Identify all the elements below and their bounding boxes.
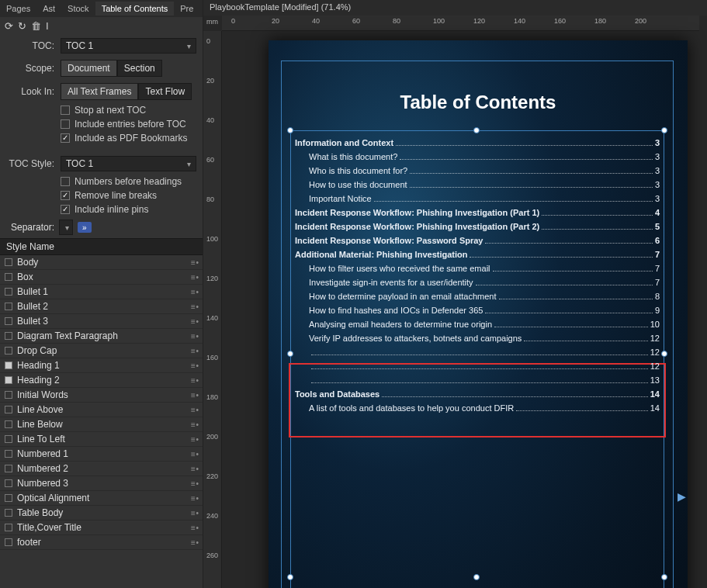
checkbox-icon[interactable] — [5, 465, 12, 472]
style-item[interactable]: Heading 2≡ • — [0, 373, 203, 388]
style-item[interactable]: Drop Cap≡ • — [0, 344, 203, 358]
checkbox-icon[interactable] — [5, 347, 12, 355]
checkbox-icon[interactable] — [5, 420, 12, 428]
style-options-icon[interactable]: ≡ • — [191, 288, 198, 296]
selection-handle[interactable] — [287, 127, 293, 133]
checkbox-icon[interactable] — [61, 205, 70, 214]
chk-numbers-row[interactable]: Numbers before headings — [0, 175, 203, 189]
style-options-icon[interactable]: ≡ • — [191, 450, 198, 458]
toc-select[interactable]: TOC 1 — [61, 38, 196, 54]
style-item[interactable]: Line Above≡ • — [0, 403, 203, 417]
style-item[interactable]: Box≡ • — [0, 270, 203, 285]
style-options-icon[interactable]: ≡ • — [191, 303, 198, 311]
panel-tab[interactable]: Table of Contents — [95, 2, 175, 16]
style-item[interactable]: Numbered 1≡ • — [0, 447, 203, 462]
panel-tab[interactable]: Stock — [61, 2, 95, 16]
checkbox-icon[interactable] — [5, 406, 12, 413]
panel-tab[interactable]: Pre — [174, 2, 199, 16]
style-item[interactable]: Bullet 2≡ • — [0, 299, 203, 314]
style-item[interactable]: Line To Left≡ • — [0, 432, 203, 447]
selection-handle[interactable] — [661, 127, 667, 133]
selection-handle[interactable] — [473, 127, 480, 133]
toggle-button[interactable]: All Text Frames — [61, 83, 138, 100]
style-options-icon[interactable]: ≡ • — [191, 538, 198, 547]
style-options-icon[interactable]: ≡ • — [191, 391, 198, 399]
style-item[interactable]: Table Body≡ • — [0, 506, 203, 521]
checkbox-icon[interactable] — [61, 105, 70, 115]
cursor-icon[interactable]: I — [46, 20, 49, 32]
trash-icon[interactable]: 🗑 — [31, 20, 41, 32]
toggle-button[interactable]: Section — [117, 60, 162, 77]
page-canvas[interactable]: Table of Contents Information and Contex… — [269, 40, 688, 588]
chk-inline-row[interactable]: Include inline pins — [0, 202, 203, 216]
selection-handle[interactable] — [287, 574, 293, 580]
tocstyle-select[interactable]: TOC 1 — [61, 156, 196, 171]
style-item[interactable]: Initial Words≡ • — [0, 388, 203, 403]
document-tab[interactable]: PlaybookTemplate [Modified] (71.4%) — [203, 0, 707, 16]
selection-handle[interactable] — [661, 574, 667, 580]
style-item[interactable]: Numbered 2≡ • — [0, 462, 203, 476]
checkbox-icon[interactable] — [5, 538, 12, 546]
checkbox-icon[interactable] — [5, 332, 12, 340]
overflow-icon[interactable]: ▶ — [678, 490, 686, 503]
style-options-icon[interactable]: ≡ • — [191, 258, 198, 267]
style-item[interactable]: Heading 1≡ • — [0, 358, 203, 373]
checkbox-icon[interactable] — [61, 191, 70, 200]
checkbox-icon[interactable] — [5, 509, 12, 517]
panel-tab[interactable]: Ast — [36, 2, 61, 16]
checkbox-icon[interactable] — [5, 273, 12, 281]
panel-tab[interactable]: Pages — [0, 2, 36, 16]
checkbox-icon[interactable] — [5, 258, 12, 266]
style-item[interactable]: Optical Alignment≡ • — [0, 491, 203, 506]
style-item[interactable]: Title,Cover Title≡ • — [0, 521, 203, 535]
style-options-icon[interactable]: ≡ • — [191, 347, 198, 355]
style-options-icon[interactable]: ≡ • — [191, 361, 198, 370]
checkbox-icon[interactable] — [5, 450, 12, 458]
style-options-icon[interactable]: ≡ • — [191, 420, 198, 429]
style-options-icon[interactable]: ≡ • — [191, 479, 198, 488]
checkbox-icon[interactable] — [5, 391, 12, 399]
checkbox-icon[interactable] — [5, 361, 12, 369]
selection-handle[interactable] — [287, 351, 293, 357]
style-options-icon[interactable]: ≡ • — [191, 332, 198, 341]
horizontal-ruler[interactable]: mm 020406080100120140160180200 — [222, 16, 699, 31]
style-options-icon[interactable]: ≡ • — [191, 465, 198, 473]
selection-handle[interactable] — [473, 574, 480, 580]
sync-icon[interactable]: ↻ — [18, 20, 26, 32]
style-item[interactable]: Bullet 3≡ • — [0, 314, 203, 329]
style-options-icon[interactable]: ≡ • — [191, 494, 198, 503]
style-item[interactable]: Numbered 3≡ • — [0, 476, 203, 491]
style-item[interactable]: Line Below≡ • — [0, 417, 203, 432]
checkbox-icon[interactable] — [5, 376, 12, 384]
checkbox-icon[interactable] — [5, 303, 12, 310]
style-options-icon[interactable]: ≡ • — [191, 317, 198, 326]
style-item[interactable]: footer≡ • — [0, 535, 203, 550]
style-options-icon[interactable]: ≡ • — [191, 273, 198, 282]
style-options-icon[interactable]: ≡ • — [191, 509, 198, 517]
style-item[interactable]: Diagram Text Paragraph≡ • — [0, 329, 203, 344]
chk-pdf-row[interactable]: Include as PDF Bookmarks — [0, 131, 203, 145]
checkbox-icon[interactable] — [5, 524, 12, 531]
chk-stop-row[interactable]: Stop at next TOC — [0, 103, 203, 117]
separator-arrow-icon[interactable]: » — [78, 222, 92, 233]
style-item[interactable]: Bullet 1≡ • — [0, 285, 203, 299]
toggle-button[interactable]: Document — [61, 60, 117, 77]
style-item[interactable]: Body≡ • — [0, 255, 203, 270]
chk-before-row[interactable]: Include entries before TOC — [0, 117, 203, 131]
checkbox-icon[interactable] — [61, 119, 70, 129]
style-options-icon[interactable]: ≡ • — [191, 376, 198, 385]
refresh-icon[interactable]: ⟳ — [5, 20, 13, 32]
checkbox-icon[interactable] — [61, 133, 70, 143]
style-options-icon[interactable]: ≡ • — [191, 406, 198, 414]
checkbox-icon[interactable] — [5, 494, 12, 502]
checkbox-icon[interactable] — [61, 177, 70, 186]
chk-removelb-row[interactable]: Remove line breaks — [0, 189, 203, 202]
checkbox-icon[interactable] — [5, 288, 12, 296]
checkbox-icon[interactable] — [5, 317, 12, 325]
style-options-icon[interactable]: ≡ • — [191, 524, 198, 532]
selection-handle[interactable] — [661, 351, 667, 357]
vertical-ruler[interactable]: 020406080100120140160180200220240260 — [203, 31, 222, 588]
checkbox-icon[interactable] — [5, 435, 12, 443]
checkbox-icon[interactable] — [5, 479, 12, 487]
toggle-button[interactable]: Text Flow — [138, 83, 192, 100]
